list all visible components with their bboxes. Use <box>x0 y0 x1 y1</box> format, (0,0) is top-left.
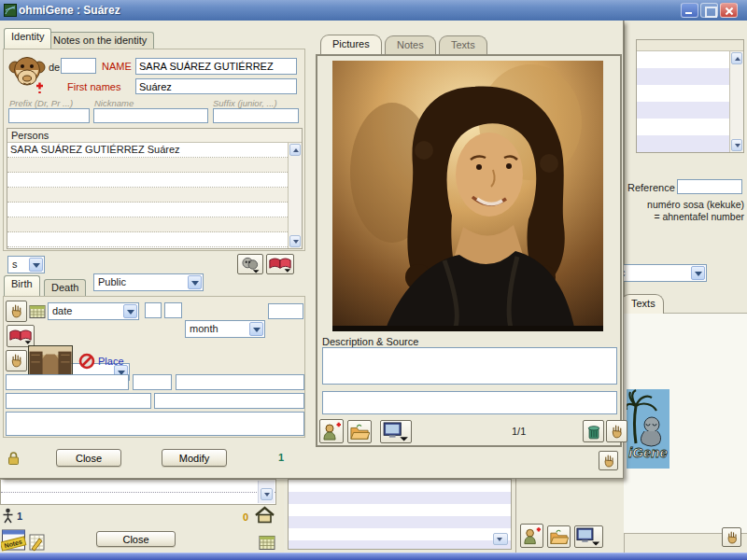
tab-death[interactable]: Death <box>44 279 86 298</box>
scrollbar[interactable] <box>258 481 275 503</box>
date-type-select[interactable]: date <box>48 302 139 320</box>
month-select[interactable]: month <box>185 320 265 338</box>
chevron-down-icon[interactable] <box>188 275 202 289</box>
scroll-down-icon[interactable] <box>261 488 273 500</box>
list-row <box>7 158 289 173</box>
open-folder-button[interactable] <box>347 420 372 443</box>
place-county-input[interactable] <box>6 393 151 409</box>
scroll-down-icon[interactable] <box>289 235 301 247</box>
visibility-select[interactable]: Public <box>93 273 204 291</box>
list-row <box>289 540 511 550</box>
scrollbar[interactable] <box>729 51 743 152</box>
place-city-input[interactable] <box>6 374 129 390</box>
no-place-icon[interactable] <box>78 353 95 370</box>
list-row <box>637 102 743 119</box>
tab-birth[interactable]: Birth <box>4 275 40 296</box>
folder-icon <box>349 423 370 441</box>
hand-icon <box>601 454 616 469</box>
hand-icon <box>609 424 625 440</box>
scroll-down-icon[interactable] <box>731 139 742 151</box>
place-label: Place <box>98 356 124 367</box>
home-icon[interactable] <box>254 506 275 524</box>
close-icon[interactable] <box>720 3 738 18</box>
chevron-down-icon[interactable] <box>29 258 43 272</box>
name-input[interactable] <box>135 58 297 75</box>
dialog-hand-button[interactable] <box>599 451 618 470</box>
close-button[interactable]: Close <box>56 449 121 467</box>
edit-calendar-icon[interactable] <box>29 533 46 552</box>
tab-identity[interactable]: Identity <box>4 28 51 49</box>
trash-icon <box>585 423 602 441</box>
source-input[interactable] <box>322 391 617 414</box>
birth-sources-button[interactable] <box>7 325 35 347</box>
notes-calendar-icon[interactable]: Notes <box>1 527 27 553</box>
person-list-item[interactable]: SARA SUÁREZ GUTIÉRREZ Suárez <box>7 143 289 158</box>
sex-select[interactable]: s <box>7 256 45 273</box>
place-hand-button[interactable] <box>6 350 27 371</box>
minimize-icon[interactable] <box>681 3 698 18</box>
list-row <box>7 188 289 203</box>
monkey-mascot-icon <box>7 54 47 95</box>
year-input[interactable] <box>268 303 303 319</box>
list-row <box>637 85 743 102</box>
chevron-down-icon[interactable] <box>123 304 137 318</box>
witness-list <box>636 39 744 153</box>
place-region-input[interactable] <box>176 374 304 390</box>
bottom-close-button[interactable]: Close <box>96 531 176 547</box>
name-label: NAME <box>102 61 132 72</box>
tab-media-notes[interactable]: Notes <box>385 35 436 55</box>
maximize-icon[interactable] <box>700 3 718 18</box>
prefix-input[interactable] <box>8 108 90 123</box>
identity-panel: de NAME First names Prefix (Dr, Pr ...) … <box>3 49 305 251</box>
chevron-down-icon[interactable] <box>249 322 263 336</box>
tab-media-texts[interactable]: Texts <box>439 35 487 55</box>
drag-hand-button[interactable] <box>722 527 741 547</box>
birth-note-textarea[interactable] <box>6 412 304 436</box>
place-country-input[interactable] <box>154 393 304 409</box>
modify-button[interactable]: Modify <box>162 449 227 467</box>
sources-menu-button[interactable] <box>266 254 294 274</box>
description-input[interactable] <box>322 347 617 385</box>
right-visibility-select[interactable]: c <box>615 264 707 282</box>
lock-icon[interactable] <box>7 451 20 466</box>
mask-menu-button[interactable] <box>237 254 263 274</box>
list-row <box>7 232 289 247</box>
list-row <box>289 492 511 504</box>
person-icon <box>2 508 14 524</box>
drag-hand-button[interactable] <box>606 420 627 442</box>
right-background-window: Reference numéro sosa (kekuke) = ahnenta… <box>624 21 747 553</box>
scroll-down-icon[interactable] <box>493 533 508 545</box>
day2-input[interactable] <box>164 302 182 318</box>
export-button[interactable] <box>380 420 412 443</box>
witness-hand-button[interactable] <box>6 301 27 322</box>
day-input[interactable] <box>145 302 162 318</box>
scroll-up-icon[interactable] <box>289 144 301 156</box>
first-names-input[interactable] <box>135 78 297 94</box>
sosa-help-text: numéro sosa (kekuke) = ahnentafel number <box>625 199 744 223</box>
export-button[interactable] <box>574 525 603 548</box>
suffix-input[interactable] <box>213 108 299 123</box>
de-input[interactable] <box>61 58 96 74</box>
first-names-label: First names <box>67 81 120 92</box>
persons-scrollbar[interactable] <box>288 143 302 248</box>
app-workspace: Reference numéro sosa (kekuke) = ahnenta… <box>0 21 747 553</box>
nickname-label: Nickname <box>94 98 134 108</box>
open-folder-button[interactable] <box>547 525 571 548</box>
portrait-photo[interactable] <box>332 61 603 331</box>
tab-pictures[interactable]: Pictures <box>320 35 382 54</box>
nickname-input[interactable] <box>93 108 208 123</box>
tab-notes-identity[interactable]: Notes on the identity <box>46 32 154 50</box>
place-code-input[interactable] <box>133 374 172 390</box>
place-photo-thumbnail[interactable] <box>28 345 73 375</box>
prefix-label: Prefix (Dr, Pr ...) <box>9 98 73 108</box>
list-row <box>637 51 743 68</box>
window-titlebar[interactable]: ohmiGene : Suárez <box>0 0 747 21</box>
calendar-icon[interactable] <box>259 535 275 551</box>
add-picture-button[interactable] <box>520 524 543 548</box>
tab-right-texts[interactable]: Texts <box>621 294 664 314</box>
delete-picture-button[interactable] <box>583 420 604 442</box>
scroll-up-icon[interactable] <box>731 52 742 64</box>
chevron-down-icon[interactable] <box>691 266 705 280</box>
add-picture-button[interactable] <box>319 419 344 443</box>
reference-input[interactable] <box>677 179 742 194</box>
